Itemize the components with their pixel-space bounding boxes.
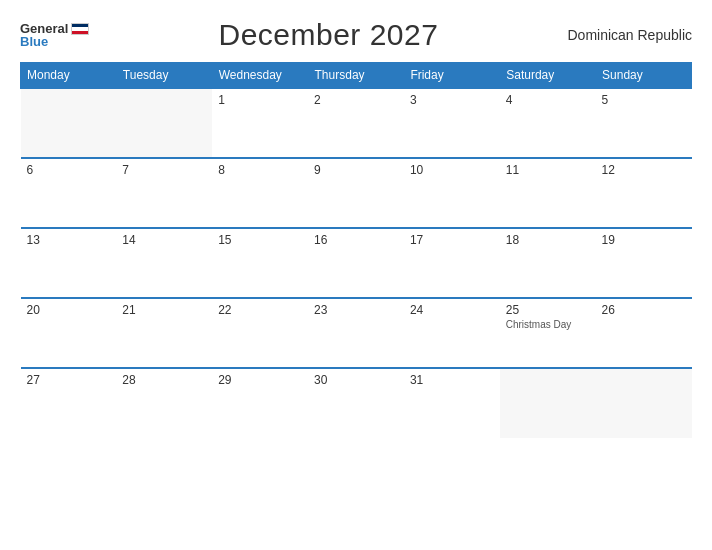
day-number: 15 (218, 233, 302, 247)
day-number: 5 (602, 93, 686, 107)
day-number: 21 (122, 303, 206, 317)
day-number: 14 (122, 233, 206, 247)
day-number: 24 (410, 303, 494, 317)
calendar-cell: 19 (596, 228, 692, 298)
day-number: 4 (506, 93, 590, 107)
calendar-week-row: 6789101112 (21, 158, 692, 228)
calendar-cell: 31 (404, 368, 500, 438)
calendar-cell: 2 (308, 88, 404, 158)
day-number: 2 (314, 93, 398, 107)
calendar-cell: 22 (212, 298, 308, 368)
calendar-cell (596, 368, 692, 438)
calendar-week-row: 12345 (21, 88, 692, 158)
day-number: 12 (602, 163, 686, 177)
calendar-cell: 11 (500, 158, 596, 228)
day-number: 8 (218, 163, 302, 177)
weekday-header-saturday: Saturday (500, 63, 596, 89)
calendar-cell (500, 368, 596, 438)
calendar-cell: 14 (116, 228, 212, 298)
day-number: 22 (218, 303, 302, 317)
calendar-cell: 18 (500, 228, 596, 298)
calendar-cell: 15 (212, 228, 308, 298)
day-number: 13 (27, 233, 111, 247)
day-number: 16 (314, 233, 398, 247)
day-number: 31 (410, 373, 494, 387)
weekday-header-thursday: Thursday (308, 63, 404, 89)
day-number: 27 (27, 373, 111, 387)
weekday-header-monday: Monday (21, 63, 117, 89)
day-number: 7 (122, 163, 206, 177)
day-number: 26 (602, 303, 686, 317)
calendar-cell: 16 (308, 228, 404, 298)
calendar-cell: 27 (21, 368, 117, 438)
country-label: Dominican Republic (567, 27, 692, 43)
calendar-cell: 23 (308, 298, 404, 368)
weekday-header-row: MondayTuesdayWednesdayThursdayFridaySatu… (21, 63, 692, 89)
calendar-cell: 5 (596, 88, 692, 158)
day-number: 23 (314, 303, 398, 317)
calendar-cell: 30 (308, 368, 404, 438)
calendar-cell: 28 (116, 368, 212, 438)
day-number: 19 (602, 233, 686, 247)
calendar-cell: 10 (404, 158, 500, 228)
weekday-header-friday: Friday (404, 63, 500, 89)
calendar-table: MondayTuesdayWednesdayThursdayFridaySatu… (20, 62, 692, 438)
logo: General Blue (20, 22, 89, 48)
calendar-title: December 2027 (218, 18, 438, 52)
day-number: 28 (122, 373, 206, 387)
calendar-cell: 17 (404, 228, 500, 298)
day-number: 25 (506, 303, 590, 317)
calendar-cell: 8 (212, 158, 308, 228)
day-number: 10 (410, 163, 494, 177)
calendar-cell: 3 (404, 88, 500, 158)
calendar-cell: 21 (116, 298, 212, 368)
logo-blue-text: Blue (20, 35, 89, 48)
weekday-header-sunday: Sunday (596, 63, 692, 89)
calendar-week-row: 202122232425Christmas Day26 (21, 298, 692, 368)
day-number: 1 (218, 93, 302, 107)
weekday-header-tuesday: Tuesday (116, 63, 212, 89)
calendar-header: General Blue December 2027 Dominican Rep… (20, 10, 692, 58)
calendar-cell: 6 (21, 158, 117, 228)
calendar-cell: 9 (308, 158, 404, 228)
calendar-cell: 25Christmas Day (500, 298, 596, 368)
calendar-cell: 1 (212, 88, 308, 158)
day-number: 3 (410, 93, 494, 107)
calendar-cell: 7 (116, 158, 212, 228)
event-label: Christmas Day (506, 319, 590, 330)
day-number: 6 (27, 163, 111, 177)
calendar-cell: 26 (596, 298, 692, 368)
calendar-cell: 20 (21, 298, 117, 368)
day-number: 29 (218, 373, 302, 387)
calendar-cell: 13 (21, 228, 117, 298)
day-number: 18 (506, 233, 590, 247)
day-number: 17 (410, 233, 494, 247)
day-number: 30 (314, 373, 398, 387)
weekday-header-wednesday: Wednesday (212, 63, 308, 89)
day-number: 11 (506, 163, 590, 177)
calendar-cell (116, 88, 212, 158)
calendar-cell: 4 (500, 88, 596, 158)
calendar-cell: 12 (596, 158, 692, 228)
calendar-cell (21, 88, 117, 158)
calendar-cell: 29 (212, 368, 308, 438)
day-number: 9 (314, 163, 398, 177)
calendar-week-row: 13141516171819 (21, 228, 692, 298)
day-number: 20 (27, 303, 111, 317)
calendar-cell: 24 (404, 298, 500, 368)
logo-flag-icon (71, 23, 89, 35)
calendar-week-row: 2728293031 (21, 368, 692, 438)
